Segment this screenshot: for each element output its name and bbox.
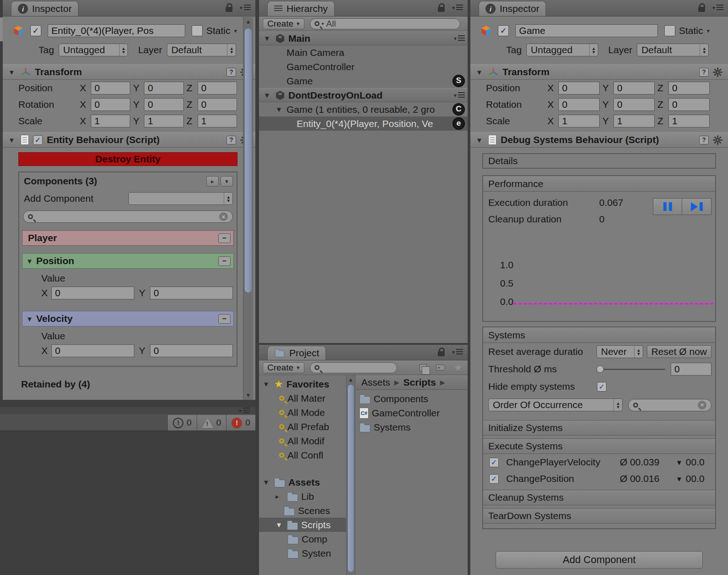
tree-item-systems[interactable]: Systen xyxy=(259,546,346,560)
reset-average-dropdown[interactable]: Never ▴▾ xyxy=(596,345,643,358)
position-z-field[interactable] xyxy=(198,82,237,94)
position-value-x-field[interactable] xyxy=(51,287,134,299)
foldout-icon[interactable]: ▼ xyxy=(26,257,34,265)
position-x-field[interactable] xyxy=(558,82,600,94)
rotation-y-field[interactable] xyxy=(144,98,183,111)
step-button[interactable] xyxy=(682,198,711,215)
foldout-icon[interactable]: ▼ xyxy=(476,136,484,144)
foldout-icon[interactable]: ▼ xyxy=(276,521,284,529)
favorite-item-all-modified[interactable]: All Modif xyxy=(259,434,346,448)
warning-count-toggle[interactable]: ! 0 xyxy=(197,415,226,431)
static-dropdown-icon[interactable]: ▾ xyxy=(706,28,710,34)
static-dropdown-icon[interactable]: ▾ xyxy=(234,28,237,34)
lock-icon[interactable] xyxy=(438,351,445,356)
help-icon[interactable]: ? xyxy=(226,136,236,144)
transform-header[interactable]: ▼ Transform ? xyxy=(470,64,728,80)
scale-z-field[interactable] xyxy=(198,115,237,127)
favorites-header[interactable]: ▼ ★ Favorites xyxy=(259,377,346,391)
pause-button[interactable] xyxy=(653,198,682,215)
scale-y-field[interactable] xyxy=(613,115,655,127)
threshold-field[interactable] xyxy=(671,363,711,376)
active-checkbox[interactable]: ✓ xyxy=(30,25,41,36)
scale-x-field[interactable] xyxy=(91,115,130,127)
tag-dropdown[interactable]: Untagged ▴▾ xyxy=(526,44,598,56)
tree-item-scripts[interactable]: ▼ Scripts xyxy=(259,518,346,532)
hierarchy-item-game[interactable]: Game S xyxy=(259,74,468,88)
foldout-icon[interactable]: ▼ xyxy=(276,105,284,113)
static-checkbox[interactable]: ✓ xyxy=(664,25,675,36)
scroll-up-button[interactable]: ▲ xyxy=(347,375,355,384)
create-button[interactable]: Create ▾ xyxy=(263,362,304,373)
clear-search-icon[interactable]: × xyxy=(698,401,706,409)
scale-y-field[interactable] xyxy=(144,115,183,127)
rotation-x-field[interactable] xyxy=(91,98,130,111)
favorites-filter-icon[interactable]: ★ xyxy=(452,362,464,373)
info-count-toggle[interactable]: ! 0 xyxy=(167,415,197,431)
clear-search-icon[interactable]: × xyxy=(219,212,228,221)
system-row-changeplayervelocity[interactable]: ✓ ChangePlayerVelocity Ø 00.039 ▼ 00.0 xyxy=(483,454,715,470)
system-enabled-checkbox[interactable]: ✓ xyxy=(489,474,499,484)
gameobject-name-field[interactable] xyxy=(48,24,185,37)
foldout-icon[interactable]: ▼ xyxy=(264,91,272,99)
foldout-icon[interactable]: ▼ xyxy=(8,136,17,144)
lock-icon[interactable] xyxy=(698,7,705,12)
hierarchy-item-gamecontroller[interactable]: GameController xyxy=(259,60,468,74)
breadcrumb-root[interactable]: Assets xyxy=(361,377,390,388)
velocity-component-header[interactable]: ▼ Velocity – xyxy=(22,311,234,326)
inspector-tab[interactable]: i Inspector xyxy=(479,1,546,16)
tree-item-lib[interactable]: ▸ Lib xyxy=(259,489,346,503)
favorite-item-all-models[interactable]: All Mode xyxy=(259,405,346,420)
project-tab[interactable]: Project xyxy=(267,346,326,360)
system-row-changeposition[interactable]: ✓ ChangePosition Ø 00.016 ▼ 00.0 xyxy=(483,470,715,487)
components-prev-button[interactable]: ▸ xyxy=(206,176,219,187)
assets-root-item[interactable]: ▼ Assets xyxy=(259,475,346,489)
component-search-input[interactable]: × xyxy=(23,210,233,223)
components-menu-button[interactable]: ▾ xyxy=(221,176,233,187)
foldout-icon[interactable]: ▼ xyxy=(476,68,484,76)
tag-dropdown[interactable]: Untagged ▴▾ xyxy=(59,44,128,56)
favorite-item-all-conflicted[interactable]: All Confl xyxy=(259,448,346,462)
static-checkbox[interactable]: ✓ xyxy=(192,25,203,36)
teardown-systems-header[interactable]: TearDown Systems xyxy=(483,508,715,524)
systems-header[interactable]: Systems xyxy=(483,327,715,343)
remove-component-button[interactable]: – xyxy=(218,233,231,243)
lock-icon[interactable] xyxy=(438,7,445,12)
search-filter-dropdown-icon[interactable]: ▾ xyxy=(322,21,324,26)
help-icon[interactable]: ? xyxy=(226,68,236,77)
inspector-tab[interactable]: i Inspector xyxy=(11,1,78,16)
search-by-type-icon[interactable] xyxy=(417,362,429,373)
hierarchy-item-entity[interactable]: Entity_0(*4)(Player, Position, Ve e xyxy=(259,116,468,131)
foldout-icon[interactable]: ▼ xyxy=(8,68,17,76)
scale-z-field[interactable] xyxy=(668,115,710,127)
breadcrumb-current[interactable]: Scripts xyxy=(403,377,436,388)
rotation-y-field[interactable] xyxy=(613,98,655,111)
position-value-y-field[interactable] xyxy=(150,287,233,299)
gear-icon[interactable] xyxy=(713,135,722,145)
position-x-field[interactable] xyxy=(91,82,130,94)
active-checkbox[interactable]: ✓ xyxy=(498,25,509,36)
help-icon[interactable]: ? xyxy=(699,68,709,77)
gear-icon[interactable] xyxy=(713,67,722,77)
scroll-thumb[interactable] xyxy=(347,384,354,572)
velocity-value-x-field[interactable] xyxy=(51,344,134,357)
position-y-field[interactable] xyxy=(144,82,183,94)
entity-behaviour-header[interactable]: ▼ ✓ Entity Behaviour (Script) ? xyxy=(3,132,255,148)
system-enabled-checkbox[interactable]: ✓ xyxy=(489,458,499,467)
foldout-icon[interactable]: ▼ xyxy=(263,478,271,486)
favorite-item-all-materials[interactable]: All Mater xyxy=(259,391,346,405)
transform-header[interactable]: ▼ Transform ? xyxy=(3,64,255,80)
search-by-label-icon[interactable] xyxy=(435,362,447,373)
threshold-slider[interactable] xyxy=(596,365,665,374)
panel-menu-icon[interactable]: ▾ xyxy=(452,349,463,355)
performance-header[interactable]: Performance xyxy=(483,176,715,192)
file-item-gamecontroller[interactable]: C# GameController xyxy=(356,406,468,420)
scroll-thumb[interactable] xyxy=(244,28,252,293)
add-component-dropdown[interactable]: ▴▾ xyxy=(128,192,233,205)
velocity-value-y-field[interactable] xyxy=(150,344,233,357)
details-foldout[interactable]: Details xyxy=(482,153,716,169)
scroll-up-button[interactable]: ▲ xyxy=(243,17,253,26)
destroy-entity-button[interactable]: Destroy Entity xyxy=(18,152,237,166)
order-dropdown[interactable]: Order Of Occurrence ▴▾ xyxy=(488,398,623,411)
hierarchy-item-main-camera[interactable]: Main Camera xyxy=(259,45,468,60)
position-y-field[interactable] xyxy=(613,82,655,94)
